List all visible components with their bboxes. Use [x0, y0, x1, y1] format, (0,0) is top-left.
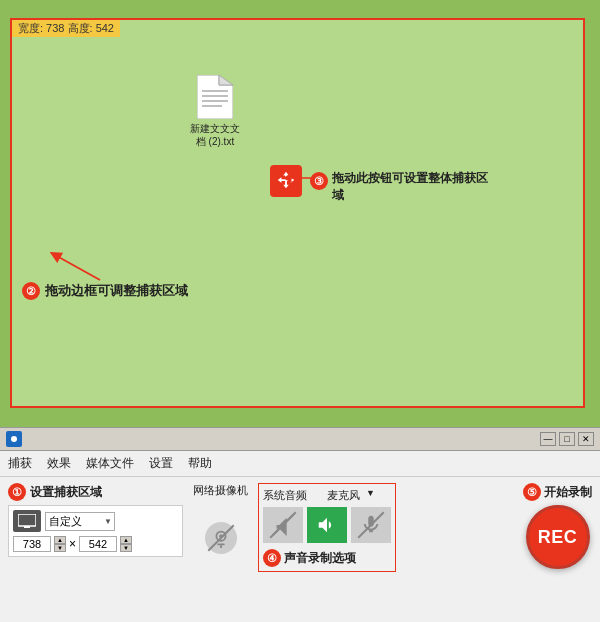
file-icon-label: 新建文文文档 (2).txt: [190, 122, 240, 148]
webcam-icon[interactable]: [205, 522, 237, 554]
webcam-label: 网络摄像机: [193, 483, 248, 498]
toolbar-menu: 捕获 效果 媒体文件 设置 帮助: [0, 451, 600, 477]
app-icon: [6, 431, 22, 447]
annotation-3: ③ 拖动此按钮可设置整体捕获区域: [310, 170, 492, 204]
width-input[interactable]: [13, 536, 51, 552]
menu-capture[interactable]: 捕获: [8, 455, 32, 472]
ann2-circle: ②: [22, 282, 40, 300]
capture-section-label: 设置捕获区域: [30, 484, 102, 501]
dimension-x-sep: ×: [69, 537, 76, 551]
height-up-btn[interactable]: ▲: [120, 536, 132, 544]
annotation-4-row: ④ 声音录制选项: [263, 549, 391, 567]
screen-capture-icon[interactable]: [13, 510, 41, 532]
svg-line-6: [55, 255, 100, 280]
arrow-2: [50, 250, 110, 285]
dimension-badge: 宽度: 738 高度: 542: [12, 20, 120, 37]
height-down-btn[interactable]: ▼: [120, 544, 132, 552]
rec-label: REC: [538, 527, 578, 548]
width-up-btn[interactable]: ▲: [54, 536, 66, 544]
webcam-section: 网络摄像机: [193, 483, 248, 554]
svg-marker-1: [219, 75, 233, 85]
audio-section: 系统音频 麦克风 ▼: [258, 483, 396, 572]
svg-point-9: [11, 436, 17, 442]
svg-rect-14: [217, 544, 224, 546]
mic-dropdown-arrow[interactable]: ▼: [366, 488, 375, 503]
capture-region-box: 自定义 ▼ ▲ ▼ × ▲ ▼: [8, 505, 183, 557]
capture-section-header: ① 设置捕获区域: [8, 483, 183, 501]
ann5-circle: ⑤: [523, 483, 541, 501]
height-input[interactable]: [79, 536, 117, 552]
close-button[interactable]: ✕: [578, 432, 594, 446]
menu-help[interactable]: 帮助: [188, 455, 212, 472]
width-down-btn[interactable]: ▼: [54, 544, 66, 552]
ann5-label: 开始录制: [544, 484, 592, 501]
file-icon-image: [197, 75, 233, 119]
arrow-3: [282, 168, 317, 188]
maximize-button[interactable]: □: [559, 432, 575, 446]
capture-section: ① 设置捕获区域 自定义 ▼ ▲: [8, 483, 183, 557]
menu-mediafile[interactable]: 媒体文件: [86, 455, 134, 472]
toolbar-body: ① 设置捕获区域 自定义 ▼ ▲: [0, 477, 600, 578]
ann3-label: 拖动此按钮可设置整体捕获区域: [332, 170, 492, 204]
svg-rect-11: [24, 526, 30, 528]
height-stepper[interactable]: ▲ ▼: [120, 536, 132, 552]
capture-area: 宽度: 738 高度: 542 新建文文文档 (2).txt ② 拖动边框可调整…: [10, 18, 585, 408]
ann4-circle: ④: [263, 549, 281, 567]
audio-controls-row: [263, 507, 391, 543]
rec-section: ⑤ 开始录制 REC: [523, 483, 592, 569]
sys-audio-mute-btn[interactable]: [263, 507, 303, 543]
annotation-5-row: ⑤ 开始录制: [523, 483, 592, 501]
window-controls: — □ ✕: [540, 432, 594, 446]
ann4-label: 声音录制选项: [284, 550, 356, 567]
capture-top-row: 自定义 ▼: [13, 510, 178, 532]
capture-mode-select[interactable]: 自定义 ▼: [45, 512, 115, 531]
rec-button[interactable]: REC: [526, 505, 590, 569]
mic-mute-btn[interactable]: [351, 507, 391, 543]
width-stepper[interactable]: ▲ ▼: [54, 536, 66, 552]
capture-mode-value: 自定义: [49, 515, 82, 527]
svg-rect-10: [18, 514, 36, 526]
select-arrow-icon: ▼: [104, 517, 112, 526]
sys-audio-active-btn[interactable]: [307, 507, 347, 543]
toolbar: — □ ✕ 捕获 效果 媒体文件 设置 帮助 ① 设置捕获区域: [0, 427, 600, 622]
menu-settings[interactable]: 设置: [149, 455, 173, 472]
ann1-circle: ①: [8, 483, 26, 501]
minimize-button[interactable]: —: [540, 432, 556, 446]
menu-effects[interactable]: 效果: [47, 455, 71, 472]
sys-audio-label: 系统音频: [263, 488, 307, 503]
toolbar-header: — □ ✕: [0, 428, 600, 451]
dimension-row: ▲ ▼ × ▲ ▼: [13, 536, 178, 552]
file-icon[interactable]: 新建文文文档 (2).txt: [190, 75, 240, 148]
mic-label: 麦克风: [327, 488, 360, 503]
audio-header-row: 系统音频 麦克风 ▼: [263, 488, 391, 503]
